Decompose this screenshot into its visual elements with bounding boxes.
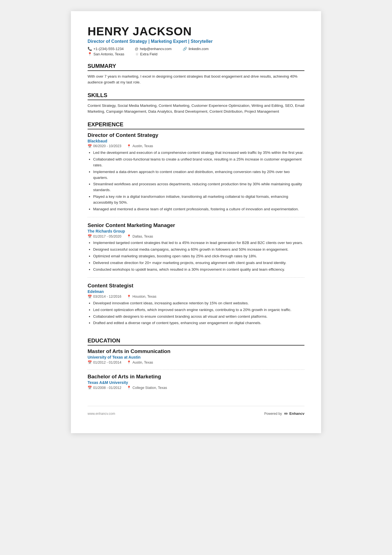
job-bullets-2: Implemented targeted content strategies … — [88, 240, 304, 273]
brand-name: Enhancv — [289, 411, 304, 416]
job-title-3: Content Strategist — [88, 283, 304, 289]
enhancv-logo: ∞ Enhancv — [284, 411, 304, 416]
edu-dates-2: 📅 01/2008 - 01/2012 — [88, 386, 121, 390]
job-item-1: Director of Content Strategy Blackbaud 📅… — [88, 132, 304, 217]
calendar-icon-1: 📅 — [88, 144, 92, 148]
calendar-icon-2: 📅 — [88, 234, 92, 238]
experience-title: EXPERIENCE — [88, 121, 304, 129]
edu-item-1: Master of Arts in Communication Universi… — [88, 348, 304, 370]
edu-meta-2: 📅 01/2008 - 01/2012 📍 College Station, T… — [88, 386, 304, 390]
linkedin-value: linkedin.com — [188, 47, 209, 51]
page-footer: www.enhancv.com Powered by ∞ Enhancv — [88, 406, 304, 416]
job-meta-1: 📅 06/2020 - 10/2023 📍 Austin, Texas — [88, 144, 304, 148]
bullet-item: Played a key role in a digital transform… — [93, 194, 304, 206]
job-dates-2: 📅 01/2017 - 05/2020 — [88, 234, 121, 238]
bullet-item: Conducted workshops to upskill teams, wh… — [93, 267, 304, 273]
job-bullets-1: Led the development and execution of a c… — [88, 150, 304, 212]
job-title-2: Senior Content Marketing Manager — [88, 222, 304, 228]
bullet-item: Led the development and execution of a c… — [93, 150, 304, 156]
email-value: help@enhancv.com — [140, 47, 172, 51]
bullet-item: Developed innovative content ideas, incr… — [93, 300, 304, 306]
location-value: San Antonio, Texas — [93, 52, 124, 56]
company-name-1: Blackbaud — [88, 139, 304, 143]
education-section: EDUCATION Master of Arts in Communicatio… — [88, 337, 304, 395]
job-location-1: 📍 Austin, Texas — [127, 144, 153, 148]
edu-school-2: Texas A&M University — [88, 380, 304, 385]
skills-text: Content Strategy, Social Media Marketing… — [88, 103, 304, 115]
bullet-item: Implemented targeted content strategies … — [93, 240, 304, 246]
edu-degree-1: Master of Arts in Communication — [88, 348, 304, 354]
pin-icon-2: 📍 — [127, 234, 131, 238]
calendar-icon-3: 📅 — [88, 295, 92, 299]
location-contact: 📍 San Antonio, Texas — [88, 52, 124, 56]
phone-contact: 📞 +1-(234)-555-1234 — [88, 47, 124, 51]
calendar-icon-edu2: 📅 — [88, 386, 92, 390]
job-dates-3: 📅 03/2014 - 12/2016 — [88, 295, 121, 299]
infinity-icon: ∞ — [284, 411, 288, 416]
job-location-3: 📍 Houston, Texas — [127, 295, 156, 299]
extra-value: Extra Field — [140, 52, 157, 56]
edu-location-1: 📍 Austin, Texas — [127, 360, 153, 364]
edu-location-2: 📍 College Station, Texas — [127, 386, 167, 390]
resume-document: HENRY JACKSON Director of Content Strate… — [71, 11, 321, 433]
contact-row-2: 📍 San Antonio, Texas ☆ Extra Field — [88, 52, 304, 56]
powered-by-section: Powered by ∞ Enhancv — [264, 411, 304, 416]
bullet-item: Designed successful social media campaig… — [93, 247, 304, 253]
bullet-item: Managed and mentored a diverse team of e… — [93, 206, 304, 212]
extra-contact: ☆ Extra Field — [135, 52, 157, 56]
job-item-3: Content Strategist Edelman 📅 03/2014 - 1… — [88, 283, 304, 331]
bullet-item: Optimized email marketing strategies, bo… — [93, 253, 304, 259]
job-location-2: 📍 Dallas, Texas — [127, 234, 153, 238]
edu-degree-2: Bachelor of Arts in Marketing — [88, 374, 304, 380]
bullet-item: Collaborated with cross-functional teams… — [93, 157, 304, 168]
candidate-name: HENRY JACKSON — [88, 25, 304, 38]
bullet-item: Delivered creative direction for 20+ maj… — [93, 260, 304, 266]
email-icon: @ — [135, 47, 138, 51]
powered-by-label: Powered by — [264, 412, 282, 416]
bullet-item: Collaborated with designers to ensure co… — [93, 314, 304, 320]
summary-text: With over 7 years in marketing, I excel … — [88, 74, 304, 85]
star-icon: ☆ — [135, 52, 139, 56]
company-name-2: The Richards Group — [88, 229, 304, 233]
pin-icon-edu2: 📍 — [127, 386, 131, 390]
header-section: HENRY JACKSON Director of Content Strate… — [88, 25, 304, 56]
candidate-title: Director of Content Strategy | Marketing… — [88, 39, 304, 44]
bullet-item: Implemented a data-driven approach to co… — [93, 169, 304, 181]
bullet-item: Streamlined workflows and processes acro… — [93, 181, 304, 193]
pin-icon-edu1: 📍 — [127, 360, 131, 364]
email-contact: @ help@enhancv.com — [135, 47, 172, 51]
phone-value: +1-(234)-555-1234 — [93, 47, 124, 51]
linkedin-contact: 🔗 linkedin.com — [183, 47, 209, 51]
job-dates-1: 📅 06/2020 - 10/2023 — [88, 144, 121, 148]
pin-icon-1: 📍 — [127, 144, 131, 148]
job-bullets-3: Developed innovative content ideas, incr… — [88, 300, 304, 326]
bullet-item: Drafted and edited a diverse range of co… — [93, 320, 304, 326]
location-icon: 📍 — [88, 52, 92, 56]
edu-item-2: Bachelor of Arts in Marketing Texas A&M … — [88, 374, 304, 395]
footer-website: www.enhancv.com — [88, 412, 115, 416]
edu-dates-1: 📅 01/2012 - 01/2014 — [88, 360, 121, 364]
calendar-icon-edu1: 📅 — [88, 360, 92, 364]
summary-title: SUMMARY — [88, 63, 304, 71]
job-title-1: Director of Content Strategy — [88, 132, 304, 138]
pin-icon-3: 📍 — [127, 295, 131, 299]
edu-school-1: University of Texas at Austin — [88, 355, 304, 359]
summary-section: SUMMARY With over 7 years in marketing, … — [88, 63, 304, 85]
linkedin-icon: 🔗 — [183, 47, 187, 51]
experience-section: EXPERIENCE Director of Content Strategy … — [88, 121, 304, 331]
skills-section: SKILLS Content Strategy, Social Media Ma… — [88, 92, 304, 115]
edu-meta-1: 📅 01/2012 - 01/2014 📍 Austin, Texas — [88, 360, 304, 364]
company-name-3: Edelman — [88, 289, 304, 294]
phone-icon: 📞 — [88, 47, 92, 51]
job-meta-3: 📅 03/2014 - 12/2016 📍 Houston, Texas — [88, 295, 304, 299]
job-meta-2: 📅 01/2017 - 05/2020 📍 Dallas, Texas — [88, 234, 304, 238]
contact-row: 📞 +1-(234)-555-1234 @ help@enhancv.com 🔗… — [88, 47, 304, 51]
skills-title: SKILLS — [88, 92, 304, 100]
job-item-2: Senior Content Marketing Manager The Ric… — [88, 222, 304, 278]
bullet-item: Led content optimization efforts, which … — [93, 307, 304, 313]
education-title: EDUCATION — [88, 337, 304, 346]
